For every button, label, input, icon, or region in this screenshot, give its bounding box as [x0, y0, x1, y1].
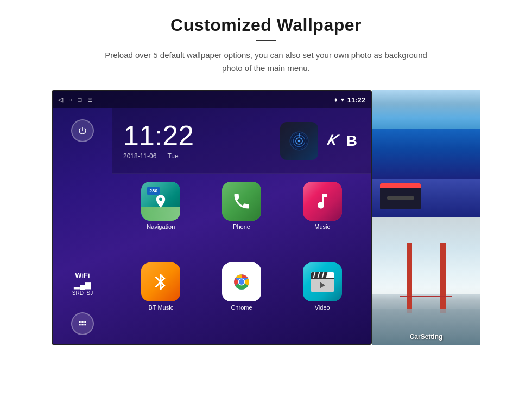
screen-body: WiFi ▂▄▆ SRD_SJ 11:22 2018	[53, 108, 371, 345]
page-title: Customized Wallpaper	[0, 0, 532, 35]
clock-block: 11:22 2018-11-06 Tue	[123, 121, 280, 160]
clock-day: Tue	[167, 152, 178, 160]
phone-icon	[222, 182, 261, 221]
clock-area: 11:22 2018-11-06 Tue	[112, 108, 371, 174]
title-divider	[256, 40, 276, 41]
navigation-label: Navigation	[147, 223, 175, 230]
android-screen[interactable]: ◁ ○ □ ⊟ ♦ ▾ 11:22 WiFi	[52, 90, 372, 345]
app-item-music[interactable]: Music	[284, 182, 360, 257]
app-item-phone[interactable]: Phone	[204, 182, 280, 257]
clock-time: 11:22	[123, 121, 280, 150]
home-nav-icon[interactable]: ○	[68, 96, 72, 104]
video-label: Video	[315, 304, 330, 311]
wifi-bars: ▂▄▆	[72, 280, 93, 289]
svg-point-8	[239, 279, 244, 285]
k-icon: 𝘒	[324, 132, 338, 150]
navigation-icon: 280	[141, 182, 180, 221]
status-bar: ◁ ○ □ ⊟ ♦ ▾ 11:22	[53, 91, 371, 108]
app-item-video[interactable]: Video	[284, 262, 360, 338]
main-area: 11:22 2018-11-06 Tue	[112, 108, 371, 345]
main-content: ◁ ○ □ ⊟ ♦ ▾ 11:22 WiFi	[0, 90, 532, 345]
wifi-label: WiFi	[72, 271, 93, 279]
clock-right-icons: 𝘒 B	[280, 122, 360, 160]
car-setting-label: CarSetting	[410, 333, 443, 341]
phone-label: Phone	[233, 223, 250, 230]
clock-date-value: 2018-11-06	[123, 152, 156, 160]
btmusic-icon	[141, 262, 180, 301]
location-icon: ♦	[334, 96, 338, 104]
btmusic-label: BT Music	[149, 304, 174, 311]
status-time: 11:22	[347, 96, 365, 104]
video-icon	[303, 262, 342, 301]
chrome-label: Chrome	[231, 304, 252, 311]
apps-grid-button[interactable]	[71, 312, 94, 335]
wallpaper-ice-cave[interactable]	[372, 90, 480, 217]
power-button[interactable]	[71, 119, 94, 142]
wallpaper-bridge[interactable]: CarSetting	[372, 217, 480, 345]
status-bar-left: ◁ ○ □ ⊟	[58, 96, 93, 104]
apps-grid: 280 Navigation	[112, 174, 371, 345]
app-item-btmusic[interactable]: BT Music	[123, 262, 199, 338]
music-icon	[303, 182, 342, 221]
music-label: Music	[314, 223, 330, 230]
app-item-navigation[interactable]: 280 Navigation	[123, 182, 199, 257]
svg-point-5	[297, 139, 300, 142]
b-icon: B	[344, 132, 360, 150]
back-nav-icon[interactable]: ◁	[58, 96, 63, 104]
status-bar-right: ♦ ▾ 11:22	[334, 96, 365, 104]
page-subtitle: Preload over 5 default wallpaper options…	[98, 49, 434, 75]
wifi-status-icon: ▾	[341, 96, 344, 104]
clock-date: 2018-11-06 Tue	[123, 152, 280, 160]
radio-app-icon[interactable]	[280, 122, 318, 160]
chrome-icon	[222, 262, 261, 301]
app-item-chrome[interactable]: Chrome	[204, 262, 280, 338]
wifi-ssid: SRD_SJ	[72, 290, 93, 296]
wallpaper-panel: CarSetting	[372, 90, 480, 345]
left-sidebar: WiFi ▂▄▆ SRD_SJ	[53, 108, 112, 345]
photo-nav-icon[interactable]: ⊟	[87, 96, 93, 104]
wifi-info: WiFi ▂▄▆ SRD_SJ	[72, 271, 93, 296]
recents-nav-icon[interactable]: □	[78, 96, 81, 104]
